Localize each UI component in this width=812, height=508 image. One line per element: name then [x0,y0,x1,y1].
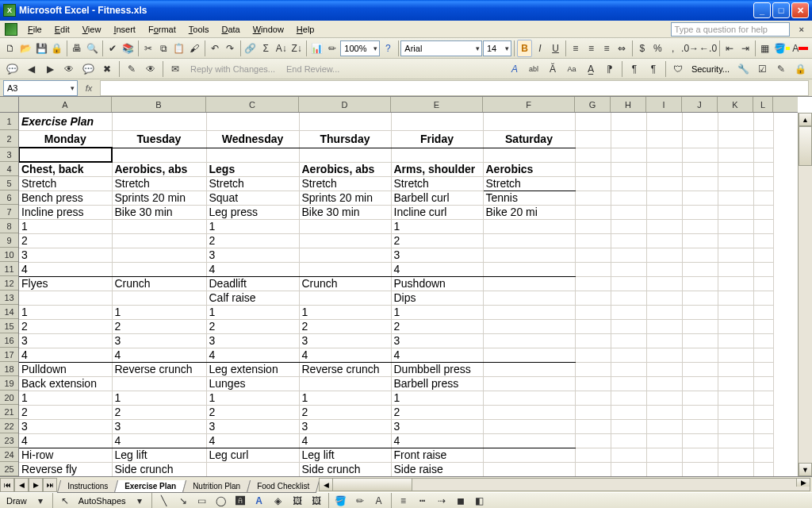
cell-E18[interactable]: Dumbbell press [391,362,483,376]
cell-L11[interactable] [753,262,773,276]
row-header-1[interactable]: 1 [0,113,18,130]
col-header-H[interactable]: H [611,97,646,112]
cell-J21[interactable] [682,405,718,419]
cell-L22[interactable] [753,419,773,433]
row-header-23[interactable]: 23 [0,433,18,448]
line-style-icon[interactable]: ≡ [395,492,412,508]
cell-G9[interactable] [575,233,611,248]
cell-G7[interactable] [575,205,611,219]
cell-D4[interactable]: Aerobics, abs [299,162,391,176]
cell-I22[interactable] [646,419,682,433]
redo-icon[interactable]: ↷ [223,40,238,57]
cell-F5[interactable]: Stretch [483,176,575,190]
delete-comment-icon[interactable]: ✖ [98,60,116,78]
cell-A4[interactable]: Chest, back [19,162,112,176]
cell-B19[interactable] [112,376,206,391]
cell-G24[interactable] [575,448,611,462]
cell-L6[interactable] [753,190,773,205]
cell-J23[interactable] [682,433,718,448]
col-header-I[interactable]: I [646,97,682,112]
cell-H2[interactable] [611,130,646,148]
drawing-icon[interactable]: ✏ [325,40,340,57]
cell-B21[interactable]: 2 [112,405,206,419]
cell-H5[interactable] [611,176,646,190]
row-header-20[interactable]: 20 [0,391,18,405]
cell-E17[interactable]: 4 [391,348,483,362]
cell-G11[interactable] [575,262,611,276]
cell-D18[interactable]: Reverse crunch [299,362,391,376]
tab-prev-icon[interactable]: ◀ [14,478,29,492]
cell-G2[interactable] [575,130,611,148]
cell-grid[interactable]: Exercise PlanMondayTuesdayWednesdayThurs… [19,113,798,476]
cell-D24[interactable]: Leg lift [299,448,391,462]
underline-button[interactable]: U [548,40,563,57]
cell-F25[interactable] [483,462,575,476]
cell-L5[interactable] [753,176,773,190]
cell-H14[interactable] [611,305,646,319]
shadow-icon[interactable]: ◼ [452,492,469,508]
cell-J7[interactable] [682,205,718,219]
sec-4-icon[interactable]: 🔒 [791,60,809,78]
cell-A7[interactable]: Incline press [19,205,112,219]
cell-I16[interactable] [646,333,682,348]
line-color-icon[interactable]: ✏ [351,492,369,508]
cell-G4[interactable] [575,162,611,176]
cell-C1[interactable] [206,113,299,130]
cell-D7[interactable]: Bike 30 min [299,205,391,219]
cell-J6[interactable] [682,190,718,205]
row-header-18[interactable]: 18 [0,362,18,376]
cell-L23[interactable] [753,433,773,448]
menu-edit[interactable]: Edit [49,23,75,36]
cell-J8[interactable] [682,219,718,233]
cell-E3[interactable] [391,148,483,162]
cell-F1[interactable] [483,113,575,130]
cell-J22[interactable] [682,419,718,433]
cell-C8[interactable]: 1 [206,219,299,233]
cell-I14[interactable] [646,305,682,319]
sheet-tab-instructions[interactable]: Instructions [57,480,118,493]
show-all-comments-icon[interactable]: 💬 [79,60,97,78]
row-header-24[interactable]: 24 [0,448,18,462]
cell-I12[interactable] [646,276,682,291]
cell-E9[interactable]: 2 [391,233,483,248]
cell-E2[interactable]: Friday [391,130,483,148]
text-a5-icon[interactable]: ⁋ [601,60,619,78]
help-icon[interactable]: ? [381,40,396,57]
send-mail-icon[interactable]: ✉ [167,60,184,78]
cell-B6[interactable]: Sprints 20 min [112,190,206,205]
show-ink-icon[interactable]: 👁 [142,60,159,78]
cell-D5[interactable]: Stretch [299,176,391,190]
cell-L19[interactable] [753,376,773,391]
sort-asc-icon[interactable]: A↓ [274,40,289,57]
cell-F20[interactable] [483,391,575,405]
wordart-icon[interactable]: A [251,492,268,508]
cell-H23[interactable] [611,433,646,448]
cell-H4[interactable] [611,162,646,176]
vertical-scrollbar[interactable]: ▲ ▼ [798,113,812,476]
col-header-G[interactable]: G [575,97,611,112]
row-header-5[interactable]: 5 [0,176,18,190]
cell-D13[interactable] [299,291,391,305]
cell-J1[interactable] [682,113,718,130]
select-objects-icon[interactable]: ↖ [56,492,74,508]
cell-J13[interactable] [682,291,718,305]
permission-icon[interactable]: 🔒 [50,40,65,57]
cell-G14[interactable] [575,305,611,319]
3d-icon[interactable]: ◧ [471,492,488,508]
cell-H22[interactable] [611,419,646,433]
cell-D1[interactable] [299,113,391,130]
borders-icon[interactable]: ▦ [758,40,773,57]
cell-I1[interactable] [646,113,682,130]
col-header-D[interactable]: D [299,97,391,112]
row-header-3[interactable]: 3 [0,148,18,162]
cell-C9[interactable]: 2 [206,233,299,248]
cell-I2[interactable] [646,130,682,148]
cell-A8[interactable]: 1 [19,219,112,233]
cell-B11[interactable] [112,262,206,276]
cell-A15[interactable]: 2 [19,319,112,333]
cell-E16[interactable]: 3 [391,333,483,348]
ask-question-box[interactable]: Type a question for help [671,22,790,37]
cell-G3[interactable] [575,148,611,162]
cell-I6[interactable] [646,190,682,205]
cell-H8[interactable] [611,219,646,233]
